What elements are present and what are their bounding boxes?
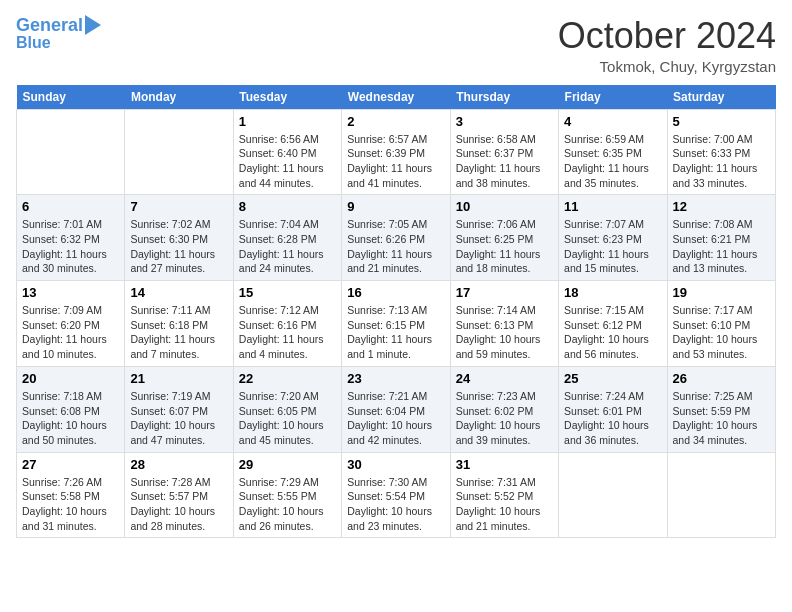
- cell-content: Sunrise: 7:05 AM Sunset: 6:26 PM Dayligh…: [347, 217, 444, 276]
- day-number: 13: [22, 285, 119, 300]
- calendar-cell: 14Sunrise: 7:11 AM Sunset: 6:18 PM Dayli…: [125, 281, 233, 367]
- calendar-cell: 19Sunrise: 7:17 AM Sunset: 6:10 PM Dayli…: [667, 281, 775, 367]
- calendar-week-row: 6Sunrise: 7:01 AM Sunset: 6:32 PM Daylig…: [17, 195, 776, 281]
- cell-content: Sunrise: 7:00 AM Sunset: 6:33 PM Dayligh…: [673, 132, 770, 191]
- col-header-sunday: Sunday: [17, 85, 125, 110]
- day-number: 24: [456, 371, 553, 386]
- cell-content: Sunrise: 7:29 AM Sunset: 5:55 PM Dayligh…: [239, 475, 336, 534]
- cell-content: Sunrise: 7:14 AM Sunset: 6:13 PM Dayligh…: [456, 303, 553, 362]
- day-number: 25: [564, 371, 661, 386]
- day-number: 16: [347, 285, 444, 300]
- cell-content: Sunrise: 7:26 AM Sunset: 5:58 PM Dayligh…: [22, 475, 119, 534]
- day-number: 9: [347, 199, 444, 214]
- calendar-cell: 29Sunrise: 7:29 AM Sunset: 5:55 PM Dayli…: [233, 452, 341, 538]
- day-number: 26: [673, 371, 770, 386]
- calendar-cell: 24Sunrise: 7:23 AM Sunset: 6:02 PM Dayli…: [450, 366, 558, 452]
- cell-content: Sunrise: 7:24 AM Sunset: 6:01 PM Dayligh…: [564, 389, 661, 448]
- col-header-tuesday: Tuesday: [233, 85, 341, 110]
- calendar-cell: 12Sunrise: 7:08 AM Sunset: 6:21 PM Dayli…: [667, 195, 775, 281]
- day-number: 14: [130, 285, 227, 300]
- day-number: 21: [130, 371, 227, 386]
- calendar-cell: 10Sunrise: 7:06 AM Sunset: 6:25 PM Dayli…: [450, 195, 558, 281]
- cell-content: Sunrise: 7:07 AM Sunset: 6:23 PM Dayligh…: [564, 217, 661, 276]
- calendar-cell: 26Sunrise: 7:25 AM Sunset: 5:59 PM Dayli…: [667, 366, 775, 452]
- cell-content: Sunrise: 7:13 AM Sunset: 6:15 PM Dayligh…: [347, 303, 444, 362]
- calendar-cell: 1Sunrise: 6:56 AM Sunset: 6:40 PM Daylig…: [233, 109, 341, 195]
- day-number: 4: [564, 114, 661, 129]
- logo: General Blue: [16, 16, 101, 51]
- day-number: 11: [564, 199, 661, 214]
- cell-content: Sunrise: 7:11 AM Sunset: 6:18 PM Dayligh…: [130, 303, 227, 362]
- cell-content: Sunrise: 7:08 AM Sunset: 6:21 PM Dayligh…: [673, 217, 770, 276]
- day-number: 27: [22, 457, 119, 472]
- day-number: 10: [456, 199, 553, 214]
- calendar-cell: [17, 109, 125, 195]
- calendar-cell: 28Sunrise: 7:28 AM Sunset: 5:57 PM Dayli…: [125, 452, 233, 538]
- cell-content: Sunrise: 6:59 AM Sunset: 6:35 PM Dayligh…: [564, 132, 661, 191]
- cell-content: Sunrise: 7:15 AM Sunset: 6:12 PM Dayligh…: [564, 303, 661, 362]
- col-header-saturday: Saturday: [667, 85, 775, 110]
- day-number: 5: [673, 114, 770, 129]
- day-number: 30: [347, 457, 444, 472]
- cell-content: Sunrise: 7:09 AM Sunset: 6:20 PM Dayligh…: [22, 303, 119, 362]
- cell-content: Sunrise: 6:58 AM Sunset: 6:37 PM Dayligh…: [456, 132, 553, 191]
- cell-content: Sunrise: 6:57 AM Sunset: 6:39 PM Dayligh…: [347, 132, 444, 191]
- day-number: 29: [239, 457, 336, 472]
- logo-arrow-icon: [85, 15, 101, 35]
- col-header-monday: Monday: [125, 85, 233, 110]
- col-header-thursday: Thursday: [450, 85, 558, 110]
- calendar-cell: 18Sunrise: 7:15 AM Sunset: 6:12 PM Dayli…: [559, 281, 667, 367]
- cell-content: Sunrise: 6:56 AM Sunset: 6:40 PM Dayligh…: [239, 132, 336, 191]
- calendar-header-row: SundayMondayTuesdayWednesdayThursdayFrid…: [17, 85, 776, 110]
- location-subtitle: Tokmok, Chuy, Kyrgyzstan: [558, 58, 776, 75]
- day-number: 3: [456, 114, 553, 129]
- calendar-cell: 27Sunrise: 7:26 AM Sunset: 5:58 PM Dayli…: [17, 452, 125, 538]
- cell-content: Sunrise: 7:19 AM Sunset: 6:07 PM Dayligh…: [130, 389, 227, 448]
- cell-content: Sunrise: 7:04 AM Sunset: 6:28 PM Dayligh…: [239, 217, 336, 276]
- cell-content: Sunrise: 7:18 AM Sunset: 6:08 PM Dayligh…: [22, 389, 119, 448]
- calendar-cell: [125, 109, 233, 195]
- calendar-table: SundayMondayTuesdayWednesdayThursdayFrid…: [16, 85, 776, 539]
- calendar-week-row: 13Sunrise: 7:09 AM Sunset: 6:20 PM Dayli…: [17, 281, 776, 367]
- calendar-cell: 9Sunrise: 7:05 AM Sunset: 6:26 PM Daylig…: [342, 195, 450, 281]
- cell-content: Sunrise: 7:06 AM Sunset: 6:25 PM Dayligh…: [456, 217, 553, 276]
- day-number: 28: [130, 457, 227, 472]
- calendar-cell: 17Sunrise: 7:14 AM Sunset: 6:13 PM Dayli…: [450, 281, 558, 367]
- col-header-wednesday: Wednesday: [342, 85, 450, 110]
- day-number: 22: [239, 371, 336, 386]
- calendar-cell: 5Sunrise: 7:00 AM Sunset: 6:33 PM Daylig…: [667, 109, 775, 195]
- day-number: 1: [239, 114, 336, 129]
- calendar-cell: 3Sunrise: 6:58 AM Sunset: 6:37 PM Daylig…: [450, 109, 558, 195]
- calendar-cell: [559, 452, 667, 538]
- calendar-cell: 21Sunrise: 7:19 AM Sunset: 6:07 PM Dayli…: [125, 366, 233, 452]
- col-header-friday: Friday: [559, 85, 667, 110]
- calendar-week-row: 27Sunrise: 7:26 AM Sunset: 5:58 PM Dayli…: [17, 452, 776, 538]
- calendar-cell: 20Sunrise: 7:18 AM Sunset: 6:08 PM Dayli…: [17, 366, 125, 452]
- cell-content: Sunrise: 7:01 AM Sunset: 6:32 PM Dayligh…: [22, 217, 119, 276]
- day-number: 31: [456, 457, 553, 472]
- cell-content: Sunrise: 7:23 AM Sunset: 6:02 PM Dayligh…: [456, 389, 553, 448]
- day-number: 2: [347, 114, 444, 129]
- day-number: 6: [22, 199, 119, 214]
- calendar-cell: 11Sunrise: 7:07 AM Sunset: 6:23 PM Dayli…: [559, 195, 667, 281]
- calendar-week-row: 20Sunrise: 7:18 AM Sunset: 6:08 PM Dayli…: [17, 366, 776, 452]
- logo-text-blue: Blue: [16, 34, 51, 52]
- day-number: 19: [673, 285, 770, 300]
- calendar-cell: 2Sunrise: 6:57 AM Sunset: 6:39 PM Daylig…: [342, 109, 450, 195]
- calendar-cell: 31Sunrise: 7:31 AM Sunset: 5:52 PM Dayli…: [450, 452, 558, 538]
- cell-content: Sunrise: 7:17 AM Sunset: 6:10 PM Dayligh…: [673, 303, 770, 362]
- cell-content: Sunrise: 7:30 AM Sunset: 5:54 PM Dayligh…: [347, 475, 444, 534]
- calendar-cell: [667, 452, 775, 538]
- day-number: 12: [673, 199, 770, 214]
- page-header: General Blue October 2024 Tokmok, Chuy, …: [16, 16, 776, 75]
- cell-content: Sunrise: 7:21 AM Sunset: 6:04 PM Dayligh…: [347, 389, 444, 448]
- cell-content: Sunrise: 7:02 AM Sunset: 6:30 PM Dayligh…: [130, 217, 227, 276]
- calendar-cell: 8Sunrise: 7:04 AM Sunset: 6:28 PM Daylig…: [233, 195, 341, 281]
- cell-content: Sunrise: 7:28 AM Sunset: 5:57 PM Dayligh…: [130, 475, 227, 534]
- calendar-cell: 13Sunrise: 7:09 AM Sunset: 6:20 PM Dayli…: [17, 281, 125, 367]
- day-number: 15: [239, 285, 336, 300]
- day-number: 23: [347, 371, 444, 386]
- calendar-cell: 22Sunrise: 7:20 AM Sunset: 6:05 PM Dayli…: [233, 366, 341, 452]
- title-block: October 2024 Tokmok, Chuy, Kyrgyzstan: [558, 16, 776, 75]
- calendar-cell: 4Sunrise: 6:59 AM Sunset: 6:35 PM Daylig…: [559, 109, 667, 195]
